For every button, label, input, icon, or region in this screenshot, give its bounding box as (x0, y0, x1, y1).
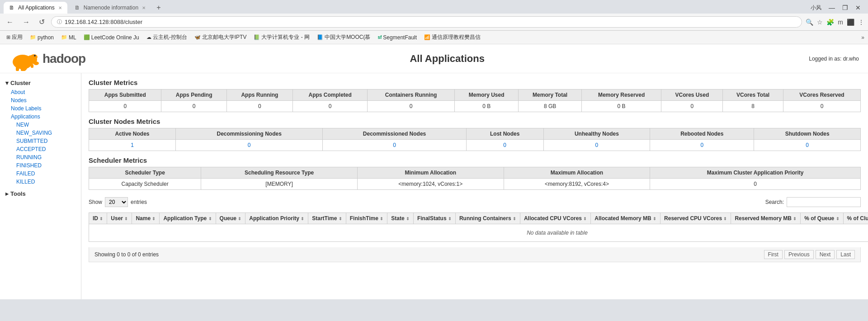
sort-queue-icon: ⇕ (238, 217, 241, 221)
tab-all-applications[interactable]: 🗎 All Applications ✕ (4, 2, 67, 14)
apps-grid-icon: ⊞ (6, 34, 10, 40)
sidebar-item-accepted[interactable]: ACCEPTED (0, 145, 81, 153)
th-pct-cluster[interactable]: % of Cluster ⇕ (843, 213, 868, 224)
sort-priority-icon: ⇕ (301, 217, 304, 221)
sidebar-item-new[interactable]: NEW (0, 121, 81, 129)
search-input[interactable] (787, 197, 861, 207)
bookmark-comms[interactable]: 📶 通信原理教程樊昌信 (421, 33, 483, 42)
menu-icon[interactable]: ⋮ (858, 19, 864, 26)
decommissioned-link[interactable]: 0 (393, 142, 396, 148)
forward-button[interactable]: → (20, 17, 33, 27)
th-pct-queue[interactable]: % of Queue ⇕ (801, 213, 843, 224)
unhealthy-link[interactable]: 0 (595, 142, 599, 148)
main-layout: ▾ Cluster About Nodes Node Labels Applic… (0, 73, 868, 299)
val-decommissioned-nodes: 0 (323, 140, 466, 151)
bookmark-ml[interactable]: 📁 ML (58, 33, 79, 42)
decommissioning-link[interactable]: 0 (248, 142, 251, 148)
sort-containers-icon: ⇕ (513, 217, 516, 221)
window-controls: 小风 — ❐ ✕ (811, 4, 864, 12)
bookmark-leetcode[interactable]: 🟩 LeetCode Online Ju (81, 33, 142, 42)
show-entries-control: Show 20 50 100 entries (89, 197, 147, 207)
val-max-allocation: <memory:8192, vCores:4> (504, 179, 650, 190)
sidebar-cluster-header[interactable]: ▾ Cluster (0, 78, 81, 88)
col-apps-pending: Apps Pending (161, 90, 226, 101)
active-nodes-link[interactable]: 1 (131, 142, 134, 148)
bookmark-mooc[interactable]: 📘 中国大学MOOC(慕 (314, 33, 373, 42)
val-containers-running: 0 (368, 101, 455, 112)
th-finish-time[interactable]: FinishTime ⇕ (346, 213, 387, 224)
new-tab-button[interactable]: + (153, 2, 164, 14)
sidebar-item-node-labels[interactable]: Node Labels (0, 104, 81, 113)
val-apps-submitted: 0 (89, 101, 161, 112)
val-shutdown-nodes: 0 (754, 140, 861, 151)
back-button[interactable]: ← (4, 17, 16, 27)
sidebar-item-submitted[interactable]: SUBMITTED (0, 137, 81, 145)
cluster-arrow-icon: ▾ (5, 80, 9, 86)
col-memory-used: Memory Used (454, 90, 519, 101)
sort-id-icon: ⇕ (99, 217, 103, 221)
th-allocated-cpu[interactable]: Allocated CPU VCores ⇕ (520, 213, 590, 224)
sidebar-item-finished[interactable]: FINISHED (0, 161, 81, 170)
bookmark-university[interactable]: 📗 大学计算机专业 - 网 (251, 33, 312, 42)
th-start-time[interactable]: StartTime ⇕ (308, 213, 346, 224)
bookmark-segmentfault[interactable]: sf SegmentFault (375, 33, 420, 42)
bookmark-apps[interactable]: ⊞ 应用 (4, 33, 25, 42)
tab-close-1[interactable]: ✕ (58, 5, 62, 10)
sidebar-item-running[interactable]: RUNNING (0, 153, 81, 161)
star-icon[interactable]: ☆ (817, 19, 823, 26)
sidebar-item-about[interactable]: About (0, 88, 81, 96)
bookmarks-more-button[interactable]: » (861, 34, 864, 41)
svg-point-7 (30, 54, 38, 60)
maximize-button[interactable]: ❐ (842, 4, 848, 11)
first-button[interactable]: First (764, 250, 783, 259)
rebooted-link[interactable]: 0 (700, 142, 703, 148)
col-containers-running: Containers Running (368, 90, 455, 101)
th-app-type[interactable]: Application Type ⇕ (160, 213, 216, 224)
th-user[interactable]: User ⇕ (107, 213, 132, 224)
col-memory-reserved: Memory Reserved (581, 90, 661, 101)
previous-button[interactable]: Previous (784, 250, 814, 259)
search-icon[interactable]: 🔍 (806, 19, 813, 26)
col-max-allocation: Maximum Allocation (504, 167, 650, 179)
last-button[interactable]: Last (836, 250, 855, 259)
tab-namenode[interactable]: 🗎 Namenode information ✕ (69, 2, 151, 14)
minimize-button[interactable]: — (829, 4, 835, 11)
th-name[interactable]: Name ⇕ (132, 213, 160, 224)
th-app-priority[interactable]: Application Priority ⇕ (245, 213, 308, 224)
hadoop-text: hadoop (42, 52, 85, 66)
sidebar-cluster-section: ▾ Cluster About Nodes Node Labels Applic… (0, 78, 81, 186)
th-allocated-memory[interactable]: Allocated Memory MB ⇕ (591, 213, 660, 224)
sidebar-item-failed[interactable]: FAILED (0, 170, 81, 178)
extensions-icon[interactable]: 🧩 (826, 19, 834, 26)
th-state[interactable]: State ⇕ (387, 213, 414, 224)
sidebar-item-new-saving[interactable]: NEW_SAVING (0, 129, 81, 137)
cast-icon[interactable]: ⬛ (847, 19, 854, 26)
th-running-containers[interactable]: Running Containers ⇕ (455, 213, 520, 224)
sidebar-item-nodes[interactable]: Nodes (0, 96, 81, 104)
shutdown-link[interactable]: 0 (806, 142, 809, 148)
cluster-metrics-title: Cluster Metrics (89, 79, 861, 86)
sidebar-item-applications[interactable]: Applications (0, 113, 81, 121)
next-button[interactable]: Next (816, 250, 835, 259)
address-bar[interactable]: ⓘ 192.168.142.128:8088/cluster (51, 16, 802, 28)
profile-icon[interactable]: m (838, 19, 843, 26)
refresh-button[interactable]: ↺ (36, 17, 47, 27)
close-button[interactable]: ✕ (855, 4, 861, 11)
lost-nodes-link[interactable]: 0 (503, 142, 506, 148)
sidebar-tools-section[interactable]: ▸ Tools (0, 188, 81, 200)
sidebar-item-killed[interactable]: KILLED (0, 178, 81, 186)
bookmark-ml-label: ML (69, 34, 76, 41)
bookmark-cloud[interactable]: ☁ 云主机-控制台 (144, 33, 190, 42)
tab-close-2[interactable]: ✕ (142, 5, 146, 10)
th-queue[interactable]: Queue ⇕ (216, 213, 245, 224)
browser-toolbar: ← → ↺ ⓘ 192.168.142.128:8088/cluster 🔍 ☆… (0, 14, 868, 31)
bookmark-python[interactable]: 📁 python (27, 33, 57, 42)
th-reserved-memory[interactable]: Reserved Memory MB ⇕ (731, 213, 801, 224)
th-reserved-cpu[interactable]: Reserved CPU VCores ⇕ (660, 213, 731, 224)
th-id[interactable]: ID ⇕ (89, 213, 107, 224)
th-final-status[interactable]: FinalStatus ⇕ (413, 213, 455, 224)
val-active-nodes[interactable]: 1 (89, 140, 176, 151)
bookmark-iptv[interactable]: 🦋 北京邮电大学IPTV (192, 33, 250, 42)
entries-select[interactable]: 20 50 100 (105, 197, 128, 207)
val-vcores-reserved: 0 (783, 101, 860, 112)
